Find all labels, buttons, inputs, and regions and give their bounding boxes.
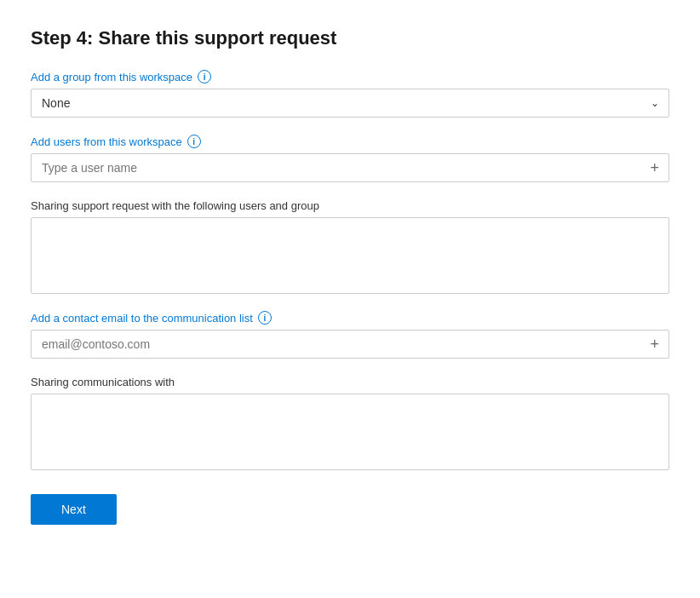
group-dropdown[interactable]: None (31, 89, 669, 118)
add-user-icon[interactable]: + (650, 159, 659, 177)
group-dropdown-wrapper: None ⌄ (31, 89, 669, 118)
email-input[interactable] (31, 330, 669, 359)
email-label: Add a contact email to the communication… (31, 311, 669, 325)
users-label: Add users from this workspace i (31, 135, 669, 148)
sharing-list-box[interactable] (31, 217, 669, 294)
add-email-icon[interactable]: + (650, 336, 659, 354)
sharing-label: Sharing support request with the followi… (31, 199, 669, 212)
next-button[interactable]: Next (31, 494, 117, 525)
email-section: Add a contact email to the communication… (31, 311, 669, 359)
group-section: Add a group from this workspace i None ⌄ (31, 70, 669, 118)
users-info-icon[interactable]: i (187, 135, 201, 148)
page-title: Step 4: Share this support request (31, 27, 669, 49)
sharing-section: Sharing support request with the followi… (31, 199, 669, 294)
group-label: Add a group from this workspace i (31, 70, 669, 83)
user-name-input[interactable] (31, 153, 669, 182)
users-input-wrapper: + (31, 153, 669, 182)
email-info-icon[interactable]: i (258, 311, 272, 325)
email-input-wrapper: + (31, 330, 669, 359)
communications-section: Sharing communications with (31, 376, 669, 470)
communications-list-box[interactable] (31, 394, 669, 470)
users-section: Add users from this workspace i + (31, 135, 669, 182)
communications-label: Sharing communications with (31, 376, 669, 388)
group-info-icon[interactable]: i (198, 70, 211, 83)
